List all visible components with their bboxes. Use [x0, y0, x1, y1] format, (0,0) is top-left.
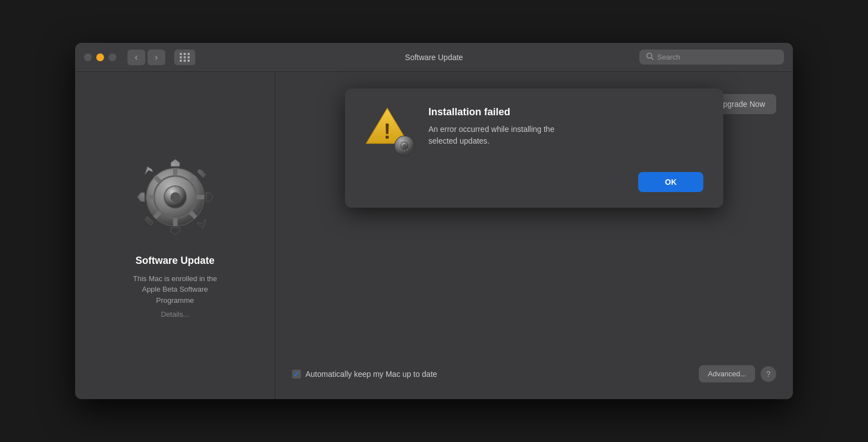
- search-input[interactable]: [657, 53, 777, 61]
- alert-text: Installation failed An error occurred wh…: [428, 106, 703, 147]
- main-window: ‹ › Software Update: [75, 43, 793, 399]
- main-content: Software Update This Mac is enrolled in …: [75, 72, 793, 399]
- nav-buttons: ‹ ›: [127, 50, 165, 65]
- panel-description: This Mac is enrolled in the Apple Beta S…: [133, 273, 217, 306]
- alert-overlay: !: [275, 72, 793, 399]
- svg-line-1: [652, 58, 654, 60]
- right-panel: Upgrade Now ✓ Automatically keep my Mac …: [275, 72, 793, 399]
- window-title: Software Update: [405, 53, 463, 62]
- left-panel: Software Update This Mac is enrolled in …: [75, 72, 275, 399]
- forward-icon: ›: [155, 52, 157, 62]
- alert-title: Installation failed: [428, 106, 703, 118]
- software-update-icon: [131, 153, 220, 242]
- alert-buttons: OK: [365, 172, 703, 192]
- details-link[interactable]: Details...: [161, 310, 189, 318]
- maximize-button[interactable]: [108, 53, 116, 61]
- panel-description-text: This Mac is enrolled in the Apple Beta S…: [133, 274, 217, 305]
- back-button[interactable]: ‹: [127, 50, 145, 65]
- traffic-lights: [84, 53, 116, 61]
- alert-message: An error occurred while installing the s…: [428, 124, 703, 147]
- grid-icon: [180, 53, 190, 62]
- search-box[interactable]: [639, 50, 784, 65]
- alert-icon-container: !: [365, 106, 415, 156]
- svg-point-13: [171, 193, 180, 202]
- panel-title: Software Update: [135, 255, 214, 267]
- back-icon: ‹: [135, 52, 137, 62]
- search-icon: [646, 52, 654, 62]
- svg-point-18: [403, 145, 406, 148]
- forward-button[interactable]: ›: [147, 50, 165, 65]
- gear-badge-icon: [394, 135, 415, 156]
- minimize-button[interactable]: [96, 53, 104, 61]
- close-button[interactable]: [84, 53, 92, 61]
- alert-dialog: !: [345, 89, 723, 208]
- alert-content: !: [365, 106, 703, 156]
- ok-button[interactable]: OK: [638, 172, 703, 192]
- svg-text:!: !: [384, 119, 391, 143]
- grid-view-button[interactable]: [174, 50, 195, 65]
- titlebar: ‹ › Software Update: [75, 43, 793, 72]
